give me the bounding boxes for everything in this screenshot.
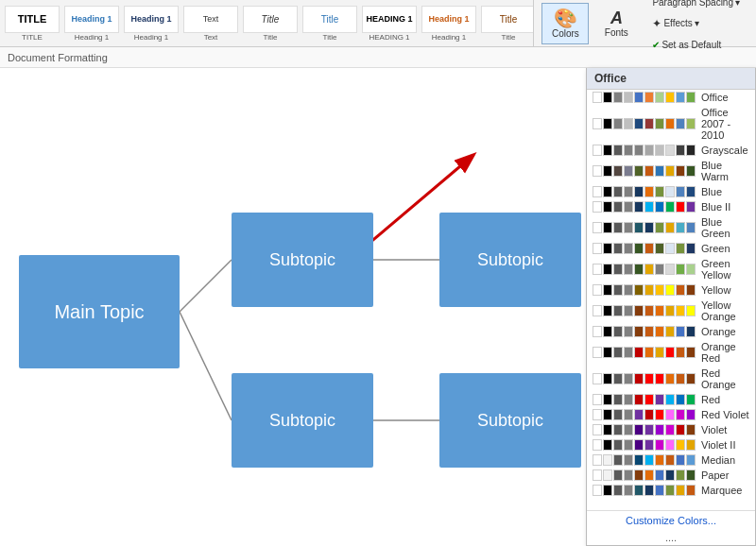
style-item-7[interactable]: Heading 1Heading 1	[421, 3, 477, 44]
checkmark-icon: ✔	[652, 40, 660, 50]
fonts-label: Fonts	[605, 27, 628, 38]
subtopic-box-1: Subtopic	[232, 213, 373, 307]
color-row-2[interactable]: Grayscale	[587, 143, 755, 158]
style-item-8[interactable]: TitleTitle	[480, 3, 533, 44]
style-item-4[interactable]: TitleTitle	[242, 3, 299, 44]
color-row-18[interactable]: Median	[587, 452, 755, 468]
document-formatting-label: Document Formatting	[8, 52, 108, 63]
colors-label: Colors	[552, 28, 579, 39]
submenu-bar: Document Formatting	[0, 47, 756, 68]
dropdown-scroll[interactable]: OfficeOffice 2007 - 2010GrayscaleBlue Wa…	[587, 90, 755, 510]
color-row-20[interactable]: Marquee	[587, 483, 755, 498]
subtopic-box-2: Subtopic	[439, 213, 581, 307]
fonts-icon: A	[610, 9, 623, 26]
fonts-button[interactable]: A Fonts	[593, 3, 640, 44]
color-row-17[interactable]: Violet II	[587, 437, 755, 452]
color-row-8[interactable]: Green Yellow	[587, 256, 755, 282]
color-row-0[interactable]: Office	[587, 90, 755, 105]
color-row-13[interactable]: Red Orange	[587, 366, 755, 392]
svg-line-0	[180, 260, 232, 312]
style-item-3[interactable]: TextText	[182, 3, 239, 44]
main-content: Main Topic Subtopic Subtopic Subtopic Su…	[0, 68, 756, 546]
style-gallery: TITLETITLEHeading 1Heading 1Heading 1Hea…	[0, 0, 533, 46]
set-default-button[interactable]: ✔ Set as Default	[647, 37, 745, 53]
main-topic-box: Main Topic	[19, 255, 180, 368]
effects-button[interactable]: ✦ Effects ▾	[647, 14, 745, 33]
colors-dropdown-panel: Office OfficeOffice 2007 - 2010Grayscale…	[586, 68, 756, 546]
color-row-9[interactable]: Yellow	[587, 282, 755, 298]
colors-icon: 🎨	[554, 9, 577, 27]
color-row-16[interactable]: Violet	[587, 422, 755, 437]
color-row-1[interactable]: Office 2007 - 2010	[587, 105, 755, 143]
chevron-down-icon: ▾	[735, 0, 740, 8]
ribbon-right-group: 🎨 Colors A Fonts Paragraph Spacing ▾ ✦ E…	[533, 0, 756, 46]
color-row-15[interactable]: Red Violet	[587, 407, 755, 422]
ribbon: TITLETITLEHeading 1Heading 1Heading 1Hea…	[0, 0, 756, 47]
subtopic-box-4: Subtopic	[439, 373, 581, 468]
color-row-14[interactable]: Red	[587, 392, 755, 407]
style-item-0[interactable]: TITLETITLE	[4, 3, 60, 44]
dropdown-header: Office	[587, 68, 755, 90]
effects-icon: ✦	[652, 17, 662, 30]
style-item-2[interactable]: Heading 1Heading 1	[123, 3, 180, 44]
paragraph-spacing-button[interactable]: Paragraph Spacing ▾	[647, 0, 745, 10]
colors-button[interactable]: 🎨 Colors	[541, 3, 589, 44]
color-row-5[interactable]: Blue II	[587, 199, 755, 214]
color-row-11[interactable]: Orange	[587, 324, 755, 339]
chevron-down-icon2: ▾	[695, 18, 699, 28]
mindmap: Main Topic Subtopic Subtopic Subtopic Su…	[9, 90, 576, 524]
color-row-6[interactable]: Blue Green	[587, 214, 755, 241]
color-row-10[interactable]: Yellow Orange	[587, 298, 755, 324]
color-row-7[interactable]: Green	[587, 241, 755, 256]
subtopic-box-3: Subtopic	[232, 373, 373, 468]
customize-colors-button[interactable]: Customize Colors...	[587, 510, 755, 530]
color-row-4[interactable]: Blue	[587, 184, 755, 199]
color-row-19[interactable]: Paper	[587, 468, 755, 483]
style-item-5[interactable]: TitleTitle	[301, 3, 358, 44]
color-row-12[interactable]: Orange Red	[587, 339, 755, 366]
style-item-1[interactable]: Heading 1Heading 1	[63, 3, 120, 44]
dropdown-dots: ....	[587, 530, 755, 545]
color-row-3[interactable]: Blue Warm	[587, 158, 755, 184]
style-item-6[interactable]: HEADING 1HEADING 1	[361, 3, 418, 44]
svg-line-1	[180, 312, 232, 420]
document-area: Main Topic Subtopic Subtopic Subtopic Su…	[0, 68, 586, 546]
